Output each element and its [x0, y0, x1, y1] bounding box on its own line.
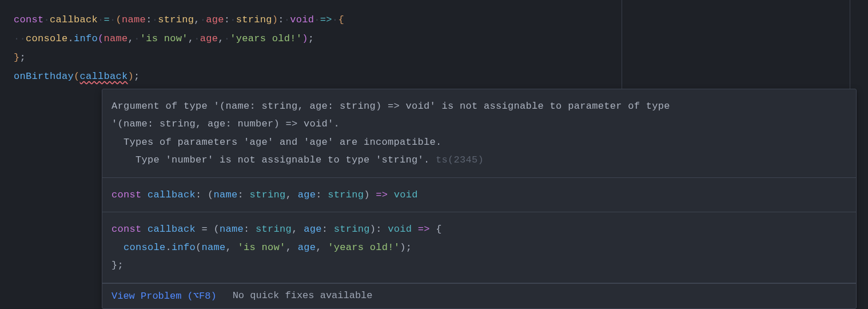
signature-section: const callback: (name: string, age: stri… [102, 178, 856, 212]
error-token[interactable]: callback [80, 71, 128, 82]
hover-tooltip: Argument of type '(name: string, age: st… [102, 89, 857, 309]
error-code: ts(2345) [436, 154, 484, 165]
code-line: ··console.info(name,·'is now',·age,·'yea… [14, 29, 868, 48]
code-editor[interactable]: const·callback·=·(name:·string,·age:·str… [0, 0, 868, 86]
definition-section: const callback = (name: string, age: str… [102, 212, 856, 283]
code-line: onBirthday(callback); [14, 67, 868, 86]
view-problem-link[interactable]: View Problem (⌥F8) [112, 290, 217, 302]
hover-footer: View Problem (⌥F8) No quick fixes availa… [102, 283, 856, 308]
code-line: const·callback·=·(name:·string,·age:·str… [14, 10, 868, 29]
error-text: Argument of type '(name: string, age: st… [112, 97, 847, 115]
code-line: }; [14, 48, 868, 67]
error-message-section: Argument of type '(name: string, age: st… [102, 89, 856, 178]
no-quickfix-text: No quick fixes available [233, 290, 373, 301]
